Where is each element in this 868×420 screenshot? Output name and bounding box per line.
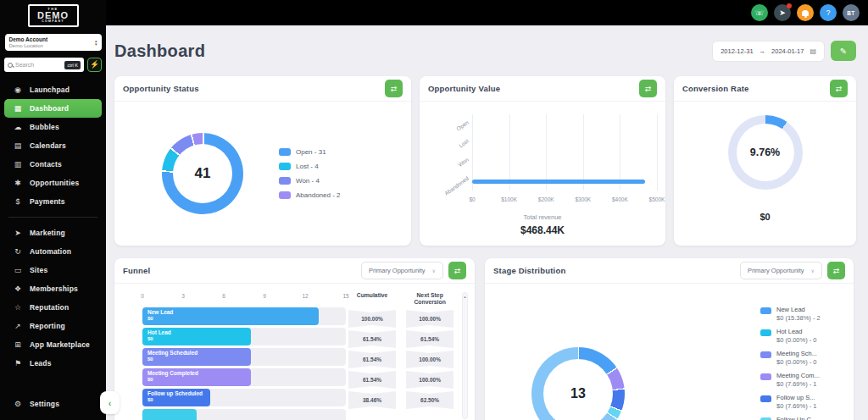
legend-name: Follow Up C... <box>776 416 816 420</box>
help-icon[interactable]: ? <box>820 4 837 21</box>
stage-legend-item-hot-lead[interactable]: Hot Lead$0 (0.00%) - 0 <box>760 328 821 344</box>
sidebar-item-launchpad[interactable]: ◉Launchpad <box>4 80 102 99</box>
stage-legend-item-follow-up-c[interactable]: Follow Up C... <box>760 416 821 420</box>
bell-icon[interactable] <box>797 4 814 21</box>
conversion-rate-card: Conversion Rate ⇄ 9.76% $0 <box>674 76 856 246</box>
sidebar-item-label: Launchpad <box>30 86 70 94</box>
search-icon <box>8 63 13 68</box>
card-header: Conversion Rate ⇄ <box>674 76 856 102</box>
funnel-body: 03691215 New Lead$0Hot Lead$0Meeting Sch… <box>114 284 475 420</box>
search-input[interactable]: Search ctrl K <box>4 58 84 72</box>
date-range-picker[interactable]: 2012-12-31 → 2024-01-17 ▤ <box>712 41 825 62</box>
y-axis-label-open: Open <box>427 119 470 152</box>
sidebar-item-app-marketplace[interactable]: ⊞App Marketplace <box>4 335 102 354</box>
pencil-icon: ✎ <box>840 47 847 56</box>
funnel-bar: Follow up Scheduled$0 <box>142 389 210 406</box>
funnel-scrollbar[interactable]: ▲ <box>462 292 468 419</box>
chevron-down-icon: ∨ <box>811 268 815 274</box>
sidebar-item-automation[interactable]: ↻Automation <box>4 242 102 261</box>
legend-item-open-31[interactable]: Open - 31 <box>279 148 341 156</box>
next-step-column: Next Step Conversion 100.00%61.54%100.00… <box>404 292 455 420</box>
sidebar-item-opportunities[interactable]: ✱Opportunities <box>4 174 102 192</box>
funnel-bar: Hot Lead$0 <box>142 328 251 345</box>
avatar-initials: BT <box>847 10 854 16</box>
sidebar-item-dashboard[interactable]: ▦Dashboard <box>4 99 102 118</box>
card-title: Funnel <box>123 266 150 275</box>
value-filter-button[interactable]: ⇄ <box>639 80 657 97</box>
card-header: Stage Distribution Primary Opportunity ∨… <box>485 258 854 284</box>
sidebar-item-sites[interactable]: ▭Sites <box>4 261 102 279</box>
opportunity-value-card: Opportunity Value ⇄ Total revenue $468.4… <box>420 76 665 246</box>
page-title: Dashboard <box>114 41 205 61</box>
scroll-up-icon: ▲ <box>463 295 466 418</box>
stage-legend-item-new-lead[interactable]: New Lead$0 (15.38%) - 2 <box>760 306 821 322</box>
status-legend: Open - 31Lost - 4Won - 4Abandoned - 2 <box>279 148 341 199</box>
announcements-icon[interactable]: ➤ <box>774 4 791 21</box>
header-controls: 2012-12-31 → 2024-01-17 ▤ ✎ <box>712 41 856 62</box>
card-header: Opportunity Value ⇄ <box>420 76 665 102</box>
sidebar-item-label: App Marketplace <box>30 340 90 349</box>
conversion-gauge: 9.76% <box>728 115 803 190</box>
stage-legend-item-meeting-sch[interactable]: Meeting Sch...$0 (0.00%) - 0 <box>760 350 821 366</box>
legend-text: Follow up S...$0 (7.69%) - 1 <box>776 394 817 410</box>
reporting-icon: ↗ <box>13 322 23 330</box>
reputation-icon: ☆ <box>13 303 23 312</box>
funnel-filter-button[interactable]: ⇄ <box>448 262 466 279</box>
payments-icon: $ <box>13 197 23 206</box>
sidebar-nav: ◉Launchpad▦Dashboard☁Bubbles▤Calendars▥C… <box>0 80 106 373</box>
automation-icon: ↻ <box>13 247 23 256</box>
legend-item-lost-4[interactable]: Lost - 4 <box>279 163 341 170</box>
avatar[interactable]: BT <box>843 4 860 21</box>
sidebar-item-settings[interactable]: ⚙ Settings <box>4 395 102 413</box>
sidebar-collapse-button[interactable]: ‹ <box>100 391 120 414</box>
next-step-badge: 100.00% <box>406 310 453 328</box>
funnel-axis-tick: 12 <box>302 293 308 299</box>
cumulative-values: 100.00%61.54%61.54%61.54%38.46% <box>348 310 396 420</box>
stage-filter-button[interactable]: ⇄ <box>827 262 845 279</box>
x-axis-tick: $100K <box>501 196 517 202</box>
legend-item-won-4[interactable]: Won - 4 <box>279 177 341 185</box>
sidebar-item-bubbles[interactable]: ☁Bubbles <box>4 118 102 136</box>
account-switcher[interactable]: Demo Account Demo Location ▴ ▾ <box>5 34 102 51</box>
sites-icon: ▭ <box>13 266 23 274</box>
funnel-axis-tick: 0 <box>141 293 144 299</box>
quick-actions-button[interactable]: ⚡ <box>87 58 102 72</box>
funnel-pipeline-select[interactable]: Primary Opportunity ∨ <box>361 262 443 279</box>
arrow-right-icon: → <box>760 47 766 55</box>
sidebar-item-leads[interactable]: ⚑Leads <box>4 354 102 373</box>
funnel-bars: New Lead$0Hot Lead$0Meeting Scheduled$0M… <box>126 307 340 420</box>
legend-item-abandoned-2[interactable]: Abandoned - 2 <box>279 191 341 199</box>
sidebar-item-label: Calendars <box>30 141 66 150</box>
funnel-bar: New Lead$0 <box>142 307 319 325</box>
legend-label: Won - 4 <box>296 177 320 185</box>
phone-icon[interactable]: ☏ <box>751 4 768 21</box>
next-step-values: 100.00%61.54%100.00%100.00%62.50% <box>406 310 453 420</box>
sidebar-item-reporting[interactable]: ↗Reporting <box>4 317 102 335</box>
gear-icon: ⚙ <box>13 400 23 408</box>
card-row-2: Funnel Primary Opportunity ∨ ⇄ 03691215 … <box>114 258 856 420</box>
stage-pipeline-select[interactable]: Primary Opportunity ∨ <box>740 262 822 279</box>
funnel-stage-label: Follow up Scheduled <box>147 390 210 396</box>
sidebar-item-calendars[interactable]: ▤Calendars <box>4 136 102 155</box>
funnel-chart: 03691215 New Lead$0Hot Lead$0Meeting Sch… <box>126 292 340 420</box>
sidebar-item-label: Payments <box>30 197 65 206</box>
page-header: Dashboard 2012-12-31 → 2024-01-17 ▤ ✎ <box>114 25 856 76</box>
stage-legend: New Lead$0 (15.38%) - 2Hot Lead$0 (0.00%… <box>760 306 821 420</box>
conversion-value: $0 <box>760 212 770 222</box>
sidebar-item-memberships[interactable]: ❖Memberships <box>4 279 102 298</box>
status-filter-button[interactable]: ⇄ <box>385 80 403 97</box>
next-step-badge: 61.54% <box>406 330 453 348</box>
nav-divider <box>8 217 97 218</box>
legend-text: Meeting Com...$0 (7.69%) - 1 <box>776 372 820 388</box>
conversion-filter-button[interactable]: ⇄ <box>830 80 848 97</box>
sidebar-item-payments[interactable]: $Payments <box>4 192 102 211</box>
sidebar-item-marketing[interactable]: ➤Marketing <box>4 224 102 242</box>
stage-legend-item-follow-up-s[interactable]: Follow up S...$0 (7.69%) - 1 <box>760 394 821 410</box>
stage-legend-item-meeting-com[interactable]: Meeting Com...$0 (7.69%) - 1 <box>760 372 821 388</box>
swap-icon: ⇄ <box>645 85 652 93</box>
sidebar-item-reputation[interactable]: ☆Reputation <box>4 298 102 317</box>
company-logo: THE DEMO COMPANY <box>28 4 79 27</box>
edit-dashboard-button[interactable]: ✎ <box>831 41 856 61</box>
sidebar-item-contacts[interactable]: ▥Contacts <box>4 155 102 174</box>
sidebar-item-label: Memberships <box>30 285 78 293</box>
